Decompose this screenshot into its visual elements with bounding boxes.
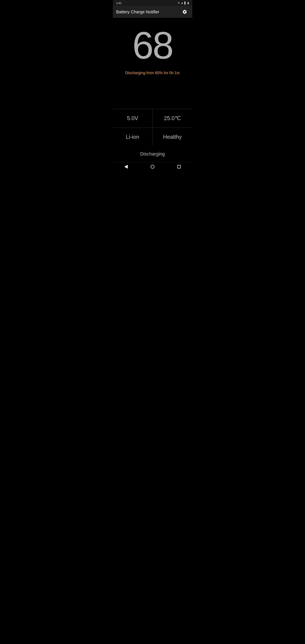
voltage-cell: 5.0V: [113, 109, 153, 128]
recents-button[interactable]: [172, 164, 186, 169]
bottom-status-text: Discharging: [140, 151, 165, 156]
home-icon: [150, 165, 154, 169]
temperature-cell: 25.0℃: [152, 109, 192, 128]
temperature-value: 25.0℃: [164, 115, 181, 122]
settings-button[interactable]: [180, 8, 189, 16]
status-time: 1:41: [116, 2, 122, 5]
health-cell: Healthy: [152, 128, 192, 146]
bottom-status: Discharging: [113, 146, 192, 162]
back-icon: [124, 165, 128, 169]
status-icons: ✳ ▲ ▌ ▮: [178, 2, 189, 4]
status-bar: 1:41 ✳ ▲ ▌ ▮: [113, 0, 192, 6]
battery-icon: ▮: [188, 2, 189, 4]
app-title: Battery Charge Notifier: [116, 10, 159, 14]
nav-bar: [113, 162, 192, 172]
bottom-section: 5.0V 25.0℃ Li-ion Healthy Discharging: [113, 109, 192, 162]
battery-status-text: Discharging from 80% for 0h 1m: [125, 71, 180, 75]
health-value: Healthy: [163, 134, 182, 140]
back-button[interactable]: [119, 164, 133, 170]
home-button[interactable]: [146, 164, 160, 170]
wifi-icon: ▲: [181, 2, 184, 4]
settings-icon: [182, 9, 187, 14]
voltage-value: 5.0V: [127, 115, 138, 122]
notification-icon: ✳: [178, 2, 180, 4]
app-bar: Battery Charge Notifier: [113, 6, 192, 18]
main-content: 68 Discharging from 80% for 0h 1m: [113, 18, 192, 109]
battery-type-cell: Li-ion: [113, 128, 153, 146]
recents-icon: [177, 165, 181, 168]
signal-icon: ▌: [184, 2, 186, 4]
battery-percentage: 68: [132, 26, 172, 64]
battery-type-value: Li-ion: [126, 134, 139, 140]
info-grid: 5.0V 25.0℃ Li-ion Healthy: [113, 109, 192, 146]
